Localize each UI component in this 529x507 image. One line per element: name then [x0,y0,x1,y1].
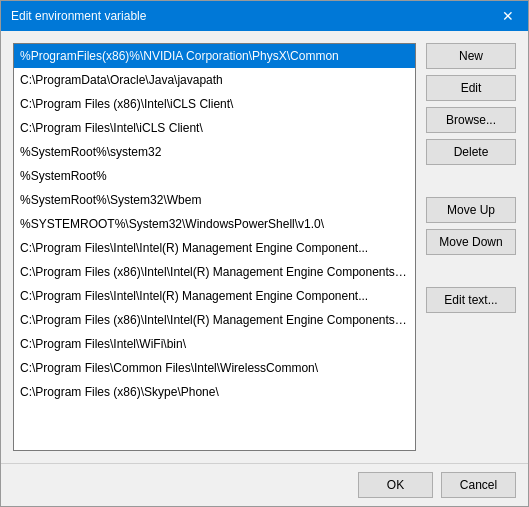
list-item[interactable]: C:\Program Files\Intel\Intel(R) Manageme… [14,236,415,260]
list-item[interactable]: C:\Program Files (x86)\Skype\Phone\ [14,380,415,404]
new-button[interactable]: New [426,43,516,69]
list-item[interactable]: C:\Program Files (x86)\Intel\Intel(R) Ma… [14,260,415,284]
list-item[interactable]: C:\Program Files\Intel\WiFi\bin\ [14,332,415,356]
spacer2 [426,261,516,281]
list-item[interactable]: %SystemRoot%\System32\Wbem [14,188,415,212]
list-item[interactable]: %ProgramFiles(x86)%\NVIDIA Corporation\P… [14,44,415,68]
close-button[interactable]: ✕ [498,6,518,26]
list-item[interactable]: %SYSTEMROOT%\System32\WindowsPowerShell\… [14,212,415,236]
move-down-button[interactable]: Move Down [426,229,516,255]
cancel-button[interactable]: Cancel [441,472,516,498]
delete-button[interactable]: Delete [426,139,516,165]
list-item[interactable]: C:\Program Files (x86)\Intel\Intel(R) Ma… [14,308,415,332]
list-item[interactable]: C:\Program Files\Intel\iCLS Client\ [14,116,415,140]
edit-env-variable-dialog: Edit environment variable ✕ %ProgramFile… [0,0,529,507]
dialog-footer: OK Cancel [1,463,528,506]
move-up-button[interactable]: Move Up [426,197,516,223]
list-item[interactable]: C:\Program Files\Common Files\Intel\Wire… [14,356,415,380]
edit-button[interactable]: Edit [426,75,516,101]
browse-button[interactable]: Browse... [426,107,516,133]
list-item[interactable]: C:\Program Files (x86)\Intel\iCLS Client… [14,92,415,116]
list-item[interactable]: C:\ProgramData\Oracle\Java\javapath [14,68,415,92]
edit-text-button[interactable]: Edit text... [426,287,516,313]
list-item[interactable]: C:\Program Files\Intel\Intel(R) Manageme… [14,284,415,308]
title-bar: Edit environment variable ✕ [1,1,528,31]
dialog-content: %ProgramFiles(x86)%\NVIDIA Corporation\P… [1,31,528,463]
env-variable-list[interactable]: %ProgramFiles(x86)%\NVIDIA Corporation\P… [13,43,416,451]
list-item[interactable]: %SystemRoot% [14,164,415,188]
list-item[interactable]: %SystemRoot%\system32 [14,140,415,164]
buttons-panel: New Edit Browse... Delete Move Up Move D… [426,43,516,451]
spacer [426,171,516,191]
ok-button[interactable]: OK [358,472,433,498]
dialog-title: Edit environment variable [11,9,146,23]
